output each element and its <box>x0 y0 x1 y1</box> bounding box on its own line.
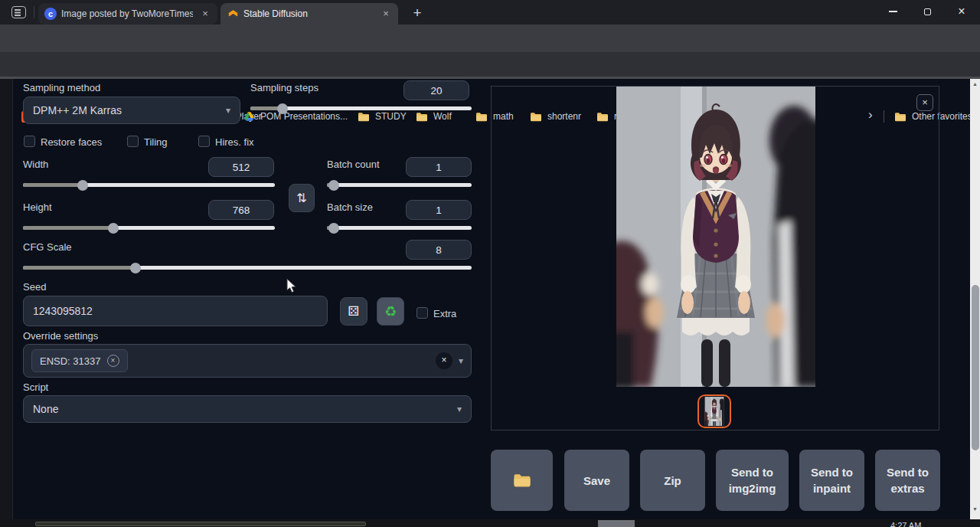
folder-icon <box>475 112 488 122</box>
minimize-icon <box>889 11 897 12</box>
sampling-steps-value[interactable]: 20 <box>403 80 469 100</box>
override-settings-box[interactable]: ENSD: 31337 × × ▾ <box>23 344 472 378</box>
mouse-cursor <box>286 278 297 293</box>
tiling-checkbox[interactable] <box>127 136 139 147</box>
gallery-thumbnail-selected[interactable] <box>697 394 731 428</box>
swap-arrows-icon: ⇅ <box>296 191 306 205</box>
slider-handle[interactable] <box>328 223 339 234</box>
chip-remove-icon[interactable]: × <box>107 355 119 367</box>
generated-image[interactable] <box>616 87 815 387</box>
chevron-down-icon[interactable]: ▾ <box>459 355 463 366</box>
extra-seed-label: Extra <box>433 308 456 319</box>
taskbar-sliver: 4:27 AM <box>0 519 980 527</box>
tiling-label: Tiling <box>144 136 168 148</box>
bookmark-pom-presentations[interactable]: POM Presentations... <box>243 109 348 124</box>
width-slider[interactable] <box>23 183 275 187</box>
sampling-method-dropdown[interactable]: DPM++ 2M Karras ▾ <box>23 97 240 124</box>
clear-all-icon[interactable]: × <box>436 352 452 369</box>
override-settings-label: Override settings <box>23 330 98 342</box>
send-to-img2img-button[interactable]: Send to img2img <box>716 450 789 511</box>
tab-stable-diffusion[interactable]: Stable Diffusion × <box>220 3 398 25</box>
override-chip-ensd[interactable]: ENSD: 31337 × <box>31 349 128 372</box>
batch-count-slider[interactable] <box>327 183 472 187</box>
browser-window: c Image posted by TwoMoreTimes × Stable … <box>0 0 980 527</box>
scroll-down-icon[interactable]: ▼ <box>970 506 980 512</box>
sampling-method-label: Sampling method <box>23 82 100 93</box>
bookmark-folder-study[interactable]: STUDY <box>358 109 407 124</box>
slider-handle[interactable] <box>328 180 339 191</box>
batch-size-slider[interactable] <box>327 226 472 230</box>
extra-seed-checkbox[interactable] <box>416 307 428 319</box>
vertical-scrollbar[interactable]: ▲ ▼ <box>970 79 980 519</box>
width-value[interactable]: 512 <box>208 157 274 177</box>
send-to-extras-button[interactable]: Send to extras <box>875 450 940 511</box>
dice-icon: ⚄ <box>348 303 360 319</box>
height-value[interactable]: 768 <box>208 200 274 220</box>
batch-size-value[interactable]: 1 <box>406 200 472 220</box>
sampling-steps-label: Sampling steps <box>250 82 318 93</box>
height-label: Height <box>23 201 52 213</box>
restore-icon <box>924 8 931 15</box>
minimize-button[interactable] <box>880 0 906 23</box>
seed-label: Seed <box>23 281 46 293</box>
folder-icon <box>358 112 370 122</box>
chevron-down-icon: ▾ <box>457 404 462 414</box>
tab1-favicon: c <box>44 8 57 20</box>
swap-dimensions-button[interactable]: ⇅ <box>289 184 315 212</box>
new-tab-button[interactable]: + <box>407 3 427 23</box>
seed-input[interactable]: 1243095812 <box>23 296 328 326</box>
taskbar-widget <box>35 522 366 526</box>
bookmarks-bar: SoundCloud – Hear... Spotify – Web Playe… <box>0 52 980 77</box>
batch-size-label: Batch size <box>327 201 373 213</box>
slider-fill <box>23 226 113 230</box>
restore-faces-label: Restore faces <box>41 136 102 148</box>
folder-icon <box>513 473 531 488</box>
width-label: Width <box>23 159 48 170</box>
height-slider[interactable] <box>23 226 275 230</box>
send-to-inpaint-button[interactable]: Send to inpaint <box>799 450 864 511</box>
random-seed-button[interactable]: ⚄ <box>340 297 368 326</box>
thumbnail-image <box>700 397 729 426</box>
tab-title: Stable Diffusion <box>243 8 374 19</box>
slider-handle[interactable] <box>277 103 288 114</box>
sampling-steps-slider[interactable] <box>250 106 472 110</box>
slider-handle[interactable] <box>130 263 141 273</box>
zip-button[interactable]: Zip <box>640 450 705 511</box>
divider <box>34 6 34 18</box>
hires-fix-checkbox[interactable] <box>198 136 210 147</box>
page-top-edge <box>0 77 980 79</box>
browser-toolbar: ← ↻ i 127.0.0.1:7860 A) ☆+ O » IA AD S Y… <box>0 25 980 52</box>
close-icon: × <box>958 5 965 18</box>
open-folder-button[interactable] <box>491 450 553 511</box>
slider-fill <box>23 183 83 187</box>
scroll-up-icon[interactable]: ▲ <box>970 81 980 87</box>
taskbar-clock: 4:27 AM <box>890 521 921 527</box>
slider-fill <box>23 266 136 270</box>
bookmark-folder-wolf[interactable]: Wolf <box>416 109 452 124</box>
restore-button[interactable] <box>914 0 940 23</box>
close-window-button[interactable]: × <box>949 0 975 23</box>
slider-handle[interactable] <box>108 223 119 234</box>
restore-faces-checkbox[interactable] <box>24 136 35 147</box>
tab-actions-menu-icon[interactable] <box>11 6 26 18</box>
tab-title: Image posted by TwoMoreTimes <box>61 8 193 19</box>
script-label: Script <box>23 381 48 393</box>
close-tab-icon[interactable]: × <box>380 8 392 20</box>
script-dropdown[interactable]: None ▾ <box>23 395 472 423</box>
seed-value: 1243095812 <box>33 305 93 317</box>
batch-count-value[interactable]: 1 <box>406 157 472 177</box>
tab-image-posted[interactable]: c Image posted by TwoMoreTimes × <box>38 3 217 25</box>
reuse-seed-button[interactable]: ♻ <box>377 297 404 326</box>
close-image-button[interactable]: × <box>916 94 933 111</box>
scrollbar-thumb[interactable] <box>972 285 979 450</box>
sampling-method-value: DPM++ 2M Karras <box>33 104 122 116</box>
slider-handle[interactable] <box>77 180 88 191</box>
page-left-gutter <box>0 79 13 519</box>
chip-label: ENSD: 31337 <box>40 355 101 367</box>
close-tab-icon[interactable]: × <box>199 8 211 20</box>
cfg-scale-slider[interactable] <box>23 266 472 270</box>
cfg-scale-value[interactable]: 8 <box>406 240 472 260</box>
drive-icon <box>243 111 255 122</box>
save-button[interactable]: Save <box>564 450 629 511</box>
browser-titlebar: c Image posted by TwoMoreTimes × Stable … <box>0 0 980 25</box>
